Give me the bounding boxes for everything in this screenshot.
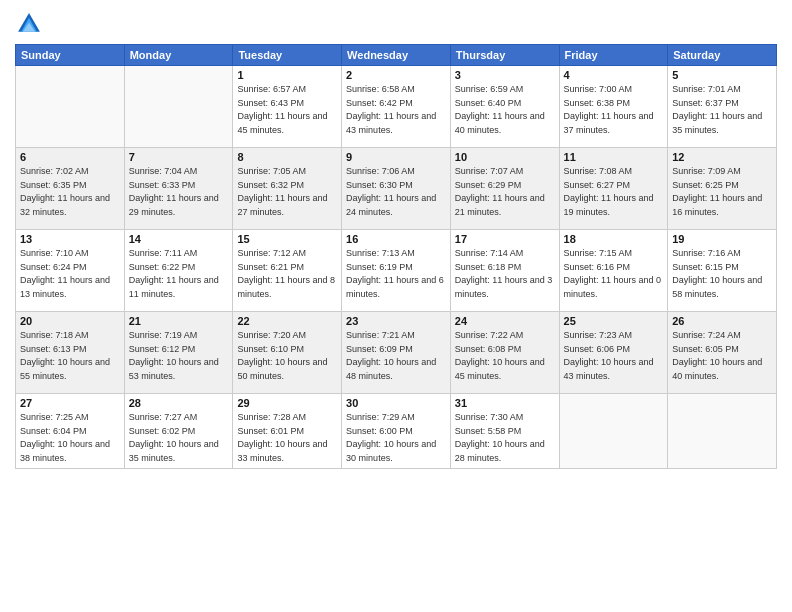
day-number: 29: [237, 397, 337, 409]
day-number: 16: [346, 233, 446, 245]
day-number: 15: [237, 233, 337, 245]
calendar-cell: [16, 66, 125, 148]
day-info: Sunrise: 6:57 AM Sunset: 6:43 PM Dayligh…: [237, 83, 337, 137]
day-info: Sunrise: 7:19 AM Sunset: 6:12 PM Dayligh…: [129, 329, 229, 383]
week-row-4: 20Sunrise: 7:18 AM Sunset: 6:13 PM Dayli…: [16, 312, 777, 394]
logo: [15, 10, 47, 38]
day-number: 1: [237, 69, 337, 81]
calendar-cell: 14Sunrise: 7:11 AM Sunset: 6:22 PM Dayli…: [124, 230, 233, 312]
calendar-cell: 11Sunrise: 7:08 AM Sunset: 6:27 PM Dayli…: [559, 148, 668, 230]
day-number: 19: [672, 233, 772, 245]
header-row: SundayMondayTuesdayWednesdayThursdayFrid…: [16, 45, 777, 66]
day-info: Sunrise: 7:05 AM Sunset: 6:32 PM Dayligh…: [237, 165, 337, 219]
day-info: Sunrise: 7:07 AM Sunset: 6:29 PM Dayligh…: [455, 165, 555, 219]
day-info: Sunrise: 7:21 AM Sunset: 6:09 PM Dayligh…: [346, 329, 446, 383]
day-info: Sunrise: 7:25 AM Sunset: 6:04 PM Dayligh…: [20, 411, 120, 465]
day-info: Sunrise: 7:27 AM Sunset: 6:02 PM Dayligh…: [129, 411, 229, 465]
calendar-cell: 23Sunrise: 7:21 AM Sunset: 6:09 PM Dayli…: [342, 312, 451, 394]
calendar-cell: [124, 66, 233, 148]
calendar-cell: 19Sunrise: 7:16 AM Sunset: 6:15 PM Dayli…: [668, 230, 777, 312]
calendar-cell: 21Sunrise: 7:19 AM Sunset: 6:12 PM Dayli…: [124, 312, 233, 394]
calendar-cell: 3Sunrise: 6:59 AM Sunset: 6:40 PM Daylig…: [450, 66, 559, 148]
calendar-cell: 9Sunrise: 7:06 AM Sunset: 6:30 PM Daylig…: [342, 148, 451, 230]
weekday-header-sunday: Sunday: [16, 45, 125, 66]
calendar-cell: 6Sunrise: 7:02 AM Sunset: 6:35 PM Daylig…: [16, 148, 125, 230]
day-info: Sunrise: 7:10 AM Sunset: 6:24 PM Dayligh…: [20, 247, 120, 301]
day-number: 5: [672, 69, 772, 81]
day-info: Sunrise: 7:22 AM Sunset: 6:08 PM Dayligh…: [455, 329, 555, 383]
week-row-3: 13Sunrise: 7:10 AM Sunset: 6:24 PM Dayli…: [16, 230, 777, 312]
logo-icon: [15, 10, 43, 38]
day-number: 28: [129, 397, 229, 409]
week-row-2: 6Sunrise: 7:02 AM Sunset: 6:35 PM Daylig…: [16, 148, 777, 230]
day-number: 12: [672, 151, 772, 163]
weekday-header-thursday: Thursday: [450, 45, 559, 66]
day-info: Sunrise: 7:24 AM Sunset: 6:05 PM Dayligh…: [672, 329, 772, 383]
day-number: 13: [20, 233, 120, 245]
calendar-cell: 16Sunrise: 7:13 AM Sunset: 6:19 PM Dayli…: [342, 230, 451, 312]
day-info: Sunrise: 6:58 AM Sunset: 6:42 PM Dayligh…: [346, 83, 446, 137]
day-number: 25: [564, 315, 664, 327]
calendar-cell: 26Sunrise: 7:24 AM Sunset: 6:05 PM Dayli…: [668, 312, 777, 394]
day-info: Sunrise: 7:29 AM Sunset: 6:00 PM Dayligh…: [346, 411, 446, 465]
day-number: 4: [564, 69, 664, 81]
calendar-cell: [668, 394, 777, 469]
calendar-cell: 7Sunrise: 7:04 AM Sunset: 6:33 PM Daylig…: [124, 148, 233, 230]
day-info: Sunrise: 7:11 AM Sunset: 6:22 PM Dayligh…: [129, 247, 229, 301]
day-info: Sunrise: 7:12 AM Sunset: 6:21 PM Dayligh…: [237, 247, 337, 301]
calendar-cell: 5Sunrise: 7:01 AM Sunset: 6:37 PM Daylig…: [668, 66, 777, 148]
day-number: 11: [564, 151, 664, 163]
day-number: 20: [20, 315, 120, 327]
day-number: 8: [237, 151, 337, 163]
week-row-5: 27Sunrise: 7:25 AM Sunset: 6:04 PM Dayli…: [16, 394, 777, 469]
day-number: 31: [455, 397, 555, 409]
page: SundayMondayTuesdayWednesdayThursdayFrid…: [0, 0, 792, 612]
calendar-cell: 13Sunrise: 7:10 AM Sunset: 6:24 PM Dayli…: [16, 230, 125, 312]
calendar-cell: 10Sunrise: 7:07 AM Sunset: 6:29 PM Dayli…: [450, 148, 559, 230]
day-number: 26: [672, 315, 772, 327]
calendar-cell: 31Sunrise: 7:30 AM Sunset: 5:58 PM Dayli…: [450, 394, 559, 469]
calendar-cell: 27Sunrise: 7:25 AM Sunset: 6:04 PM Dayli…: [16, 394, 125, 469]
day-number: 22: [237, 315, 337, 327]
day-info: Sunrise: 6:59 AM Sunset: 6:40 PM Dayligh…: [455, 83, 555, 137]
weekday-header-saturday: Saturday: [668, 45, 777, 66]
calendar-cell: 18Sunrise: 7:15 AM Sunset: 6:16 PM Dayli…: [559, 230, 668, 312]
day-info: Sunrise: 7:14 AM Sunset: 6:18 PM Dayligh…: [455, 247, 555, 301]
day-number: 30: [346, 397, 446, 409]
day-info: Sunrise: 7:15 AM Sunset: 6:16 PM Dayligh…: [564, 247, 664, 301]
calendar-cell: 1Sunrise: 6:57 AM Sunset: 6:43 PM Daylig…: [233, 66, 342, 148]
calendar-cell: [559, 394, 668, 469]
day-info: Sunrise: 7:04 AM Sunset: 6:33 PM Dayligh…: [129, 165, 229, 219]
calendar-cell: 22Sunrise: 7:20 AM Sunset: 6:10 PM Dayli…: [233, 312, 342, 394]
day-info: Sunrise: 7:18 AM Sunset: 6:13 PM Dayligh…: [20, 329, 120, 383]
day-number: 23: [346, 315, 446, 327]
day-number: 14: [129, 233, 229, 245]
calendar-cell: 8Sunrise: 7:05 AM Sunset: 6:32 PM Daylig…: [233, 148, 342, 230]
day-number: 24: [455, 315, 555, 327]
day-info: Sunrise: 7:09 AM Sunset: 6:25 PM Dayligh…: [672, 165, 772, 219]
day-info: Sunrise: 7:16 AM Sunset: 6:15 PM Dayligh…: [672, 247, 772, 301]
day-info: Sunrise: 7:13 AM Sunset: 6:19 PM Dayligh…: [346, 247, 446, 301]
calendar-cell: 30Sunrise: 7:29 AM Sunset: 6:00 PM Dayli…: [342, 394, 451, 469]
weekday-header-wednesday: Wednesday: [342, 45, 451, 66]
calendar-cell: 12Sunrise: 7:09 AM Sunset: 6:25 PM Dayli…: [668, 148, 777, 230]
weekday-header-monday: Monday: [124, 45, 233, 66]
day-info: Sunrise: 7:20 AM Sunset: 6:10 PM Dayligh…: [237, 329, 337, 383]
header: [15, 10, 777, 38]
day-info: Sunrise: 7:06 AM Sunset: 6:30 PM Dayligh…: [346, 165, 446, 219]
weekday-header-friday: Friday: [559, 45, 668, 66]
day-info: Sunrise: 7:00 AM Sunset: 6:38 PM Dayligh…: [564, 83, 664, 137]
calendar-cell: 2Sunrise: 6:58 AM Sunset: 6:42 PM Daylig…: [342, 66, 451, 148]
day-number: 2: [346, 69, 446, 81]
calendar-cell: 4Sunrise: 7:00 AM Sunset: 6:38 PM Daylig…: [559, 66, 668, 148]
day-info: Sunrise: 7:28 AM Sunset: 6:01 PM Dayligh…: [237, 411, 337, 465]
day-info: Sunrise: 7:08 AM Sunset: 6:27 PM Dayligh…: [564, 165, 664, 219]
day-info: Sunrise: 7:02 AM Sunset: 6:35 PM Dayligh…: [20, 165, 120, 219]
calendar-cell: 20Sunrise: 7:18 AM Sunset: 6:13 PM Dayli…: [16, 312, 125, 394]
day-number: 3: [455, 69, 555, 81]
day-number: 9: [346, 151, 446, 163]
day-number: 27: [20, 397, 120, 409]
calendar-cell: 28Sunrise: 7:27 AM Sunset: 6:02 PM Dayli…: [124, 394, 233, 469]
calendar-cell: 25Sunrise: 7:23 AM Sunset: 6:06 PM Dayli…: [559, 312, 668, 394]
day-info: Sunrise: 7:01 AM Sunset: 6:37 PM Dayligh…: [672, 83, 772, 137]
